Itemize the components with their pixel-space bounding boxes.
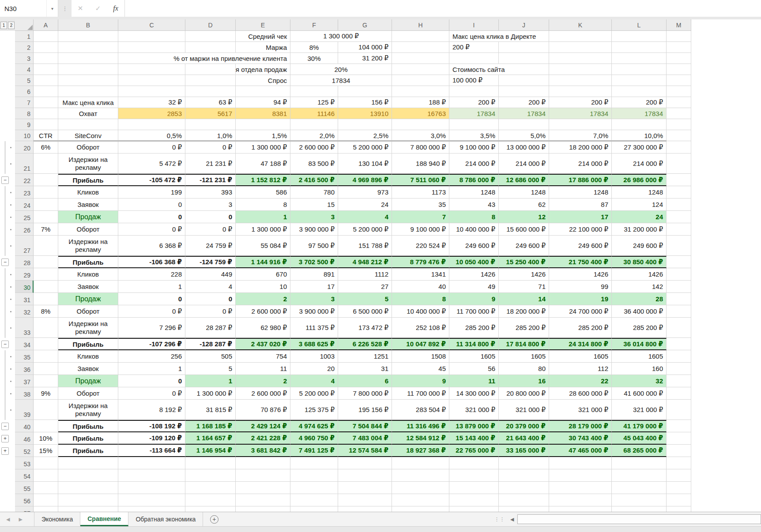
cell-J22[interactable]: 12 686 000 ₽ bbox=[499, 174, 549, 186]
cell-H5[interactable] bbox=[392, 75, 449, 86]
cell-H20[interactable]: 7 800 000 ₽ bbox=[392, 141, 449, 154]
cell-J36[interactable]: 80 bbox=[499, 363, 549, 375]
cell-A9[interactable] bbox=[34, 119, 58, 130]
cell-H3[interactable] bbox=[392, 53, 449, 64]
cell-C3[interactable]: % от маржи на привлечение клиента bbox=[118, 53, 290, 64]
cell-D39[interactable]: 31 815 ₽ bbox=[185, 400, 236, 420]
cell-H2[interactable] bbox=[392, 42, 449, 53]
cell-C26[interactable]: 0 ₽ bbox=[118, 223, 185, 236]
cell-A29[interactable] bbox=[34, 268, 58, 281]
row-header-29[interactable]: 29 bbox=[15, 268, 34, 281]
cell-C30[interactable]: 1 bbox=[118, 281, 185, 293]
cell-I6[interactable] bbox=[449, 86, 499, 97]
cell-D46[interactable]: 1 164 657 ₽ bbox=[185, 432, 236, 445]
row-header-9[interactable]: 9 bbox=[15, 119, 34, 130]
cell-C29[interactable]: 228 bbox=[118, 268, 185, 281]
cell-A28[interactable] bbox=[34, 256, 58, 268]
cell-C53[interactable] bbox=[118, 457, 185, 469]
cell-G52[interactable]: 12 574 584 ₽ bbox=[338, 445, 392, 457]
cell-B30[interactable]: Заявок bbox=[58, 281, 118, 293]
cell-I54[interactable] bbox=[449, 469, 499, 482]
cell-C5[interactable] bbox=[118, 75, 185, 86]
cell-I28[interactable]: 10 050 400 ₽ bbox=[449, 256, 499, 268]
row-header-28[interactable]: 28 bbox=[15, 256, 34, 268]
cell-B39[interactable]: Издержки на рекламу bbox=[58, 400, 118, 420]
cell-L53[interactable] bbox=[612, 457, 667, 469]
cell-C23[interactable]: 199 bbox=[118, 186, 185, 199]
cell-K8[interactable]: 17834 bbox=[549, 108, 612, 119]
cell-J10[interactable]: 5,0% bbox=[499, 130, 549, 141]
cell-J26[interactable]: 15 600 000 ₽ bbox=[499, 223, 549, 236]
cell-I55[interactable] bbox=[449, 482, 499, 494]
cell-F9[interactable] bbox=[290, 119, 338, 130]
cell-E33[interactable]: 62 980 ₽ bbox=[236, 318, 290, 338]
cell-J30[interactable]: 71 bbox=[499, 281, 549, 293]
cell-L8[interactable]: 17834 bbox=[612, 108, 667, 119]
cell-D34[interactable]: -128 287 ₽ bbox=[185, 338, 236, 350]
cell-M35[interactable] bbox=[667, 350, 691, 363]
cell-L24[interactable]: 124 bbox=[612, 199, 667, 211]
cell-F39[interactable]: 125 375 ₽ bbox=[290, 400, 338, 420]
cell-I36[interactable]: 56 bbox=[449, 363, 499, 375]
column-header-K[interactable]: K bbox=[549, 19, 612, 31]
row-header-30[interactable]: 30 bbox=[15, 281, 34, 293]
cell-I37[interactable]: 11 bbox=[449, 375, 499, 387]
cell-E35[interactable]: 754 bbox=[236, 350, 290, 363]
outline-collapse-button-28[interactable]: − bbox=[1, 259, 9, 266]
cell-J25[interactable]: 12 bbox=[499, 211, 549, 223]
cell-B24[interactable]: Заявок bbox=[58, 199, 118, 211]
cell-B55[interactable] bbox=[58, 482, 118, 494]
cell-C54[interactable] bbox=[118, 469, 185, 482]
cell-A38[interactable]: 9% bbox=[34, 387, 58, 400]
cell-M37[interactable] bbox=[667, 375, 691, 387]
cell-G46[interactable]: 7 483 004 ₽ bbox=[338, 432, 392, 445]
cell-L23[interactable]: 1248 bbox=[612, 186, 667, 199]
formula-bar-splitter-icon[interactable]: ⋮ bbox=[58, 0, 72, 17]
cell-A54[interactable] bbox=[34, 469, 58, 482]
cell-K36[interactable]: 112 bbox=[549, 363, 612, 375]
cell-B6[interactable] bbox=[58, 86, 118, 97]
row-header-56[interactable]: 56 bbox=[15, 494, 34, 506]
cell-D31[interactable]: 0 bbox=[185, 293, 236, 305]
cell-K25[interactable]: 17 bbox=[549, 211, 612, 223]
cell-M32[interactable] bbox=[667, 305, 691, 318]
cell-J28[interactable]: 15 250 400 ₽ bbox=[499, 256, 549, 268]
cell-L22[interactable]: 26 986 000 ₽ bbox=[612, 174, 667, 186]
cell-E37[interactable]: 2 bbox=[236, 375, 290, 387]
cell-M22[interactable] bbox=[667, 174, 691, 186]
cell-I8[interactable]: 17834 bbox=[449, 108, 499, 119]
cell-L30[interactable]: 142 bbox=[612, 281, 667, 293]
cell-F53[interactable] bbox=[290, 457, 338, 469]
cell-E57[interactable] bbox=[236, 506, 290, 512]
cell-I33[interactable]: 285 200 ₽ bbox=[449, 318, 499, 338]
cell-E21[interactable]: 47 188 ₽ bbox=[236, 154, 290, 174]
cell-L10[interactable]: 10,0% bbox=[612, 130, 667, 141]
cell-A57[interactable] bbox=[34, 506, 58, 512]
cell-E8[interactable]: 8381 bbox=[236, 108, 290, 119]
cell-L33[interactable]: 285 200 ₽ bbox=[612, 318, 667, 338]
cell-A46[interactable]: 10% bbox=[34, 432, 58, 445]
cell-J35[interactable]: 1605 bbox=[499, 350, 549, 363]
cell-L21[interactable]: 214 000 ₽ bbox=[612, 154, 667, 174]
cell-B26[interactable]: Оборот bbox=[58, 223, 118, 236]
cell-D23[interactable]: 393 bbox=[185, 186, 236, 199]
outline-collapse-button-40[interactable]: − bbox=[1, 423, 9, 430]
cell-F2[interactable]: 8% bbox=[290, 42, 338, 53]
cell-G54[interactable] bbox=[338, 469, 392, 482]
column-header-F[interactable]: F bbox=[290, 19, 338, 31]
cell-C25[interactable]: 0 bbox=[118, 211, 185, 223]
cell-K33[interactable]: 285 200 ₽ bbox=[549, 318, 612, 338]
row-header-52[interactable]: 52 bbox=[15, 445, 34, 457]
name-box-dropdown-icon[interactable]: ▾ bbox=[46, 0, 58, 17]
cell-E22[interactable]: 1 152 812 ₽ bbox=[236, 174, 290, 186]
cell-F34[interactable]: 3 688 625 ₽ bbox=[290, 338, 338, 350]
cell-H40[interactable]: 11 316 496 ₽ bbox=[392, 420, 449, 432]
row-header-8[interactable]: 8 bbox=[15, 108, 34, 119]
cell-E25[interactable]: 1 bbox=[236, 211, 290, 223]
cell-E5[interactable]: Спрос bbox=[236, 75, 290, 86]
cell-B4[interactable] bbox=[58, 64, 118, 75]
cell-B37[interactable]: Продаж bbox=[58, 375, 118, 387]
cell-F10[interactable]: 2,0% bbox=[290, 130, 338, 141]
cell-B23[interactable]: Кликов bbox=[58, 186, 118, 199]
cell-B54[interactable] bbox=[58, 469, 118, 482]
